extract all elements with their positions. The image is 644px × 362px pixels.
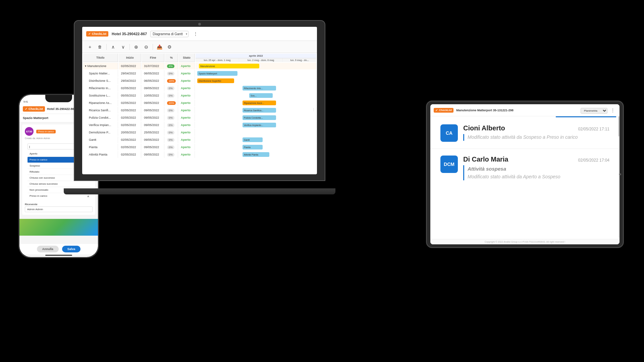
- add-button[interactable]: +: [86, 44, 94, 50]
- row-gantt-cell: Disinfezione Superfici: [196, 77, 316, 84]
- move-up-button[interactable]: ∧: [109, 44, 117, 50]
- row-stato: Aperto: [179, 151, 195, 158]
- phone-arrow-icon: ▲: [87, 194, 90, 198]
- laptop-device: CheckList Hotel 35-290422-867 Diagramma …: [74, 20, 325, 194]
- gantt-bar: Disinfezione Superfici: [197, 78, 234, 83]
- laptop-camera: [198, 23, 201, 25]
- activity-2-desc-border: Attività sospesa Modificato stato attivi…: [463, 165, 609, 180]
- row-title: Ricarica Sanifi...: [83, 107, 118, 114]
- laptop-view-dropdown[interactable]: Diagramma di Gantt: [150, 31, 189, 37]
- phone-time: 9:41: [23, 101, 28, 103]
- row-gantt-cell: Sos...: [196, 92, 316, 99]
- toolbar-separator-2: [129, 44, 130, 50]
- tablet-footer: Copyright © 2022 Analisi Group s.r.l P.I…: [430, 239, 620, 244]
- row-gantt-cell: Rifacimento Into...: [196, 85, 316, 92]
- laptop-toolbar: + 🗑 ∧ ∨ ⊕ ⊖ 📤 ⚙: [82, 41, 317, 53]
- gantt-container: Titolo Inizio Fine % Stato aprile 2022 l…: [82, 53, 317, 174]
- row-title: Verifica Impian...: [83, 122, 118, 128]
- row-title: Attività Pianta: [83, 151, 118, 158]
- export-button[interactable]: 📤: [156, 44, 163, 50]
- zoom-in-button[interactable]: ⊕: [132, 44, 140, 50]
- tablet-scrollbar[interactable]: [618, 116, 620, 238]
- tablet-footer-text: Copyright © 2022 Analisi Group s.r.l P.I…: [485, 241, 565, 243]
- row-inizio: 02/05/2022: [119, 144, 141, 150]
- phone-salva-button[interactable]: Salva: [62, 246, 81, 252]
- row-stato: Aperto: [179, 136, 195, 143]
- move-down-button[interactable]: ∨: [119, 44, 127, 50]
- tablet-camera: [619, 173, 621, 175]
- tablet-more-icon[interactable]: ⋮: [609, 108, 616, 113]
- row-inizio: 02/05/2022: [119, 114, 141, 121]
- date-range-2: lun. 2 mag - dom. 8 mag: [239, 58, 283, 62]
- row-pct: 0%: [165, 144, 178, 150]
- tablet-checklist-label: CheckList: [439, 109, 452, 112]
- zoom-out-button[interactable]: ⊖: [143, 44, 150, 50]
- gantt-bar: Spazio Matterport: [197, 71, 237, 76]
- row-pct: 4%: [165, 63, 178, 69]
- tablet-view-dropdown[interactable]: Planimetria: [581, 108, 607, 114]
- phone-ricevente-area: Ricevente Admin Admin: [25, 203, 93, 212]
- row-pct: 0%: [165, 129, 178, 136]
- row-fine: 10/05/2022: [142, 92, 164, 99]
- row-gantt-cell: Riparazione Asce...: [196, 100, 316, 106]
- laptop-view-dropdown-wrapper[interactable]: Diagramma di Gantt: [150, 31, 189, 37]
- delete-button[interactable]: 🗑: [96, 45, 104, 49]
- row-stato: Aperto: [179, 70, 195, 77]
- gantt-bar: Sos...: [249, 93, 273, 98]
- row-title: Rifacimento In...: [83, 85, 118, 92]
- phone-checklist-badge: CheckList: [23, 106, 45, 112]
- tablet-content: CA Cioni Alberto 02/05/2022 17:11 Modifi…: [430, 116, 620, 188]
- table-row: Pulizia Condot...02/05/202209/05/20220%A…: [83, 114, 316, 121]
- row-fine: 09/05/2022: [142, 114, 164, 121]
- row-inizio: 05/05/2022: [119, 92, 141, 99]
- settings-button[interactable]: ⚙: [166, 44, 173, 50]
- row-pct: 0%: [165, 92, 178, 99]
- toolbar-separator-3: [153, 44, 153, 50]
- col-gantt-area: aprile 2022 lun. 25 apr - dom. 1 mag lun…: [196, 54, 316, 62]
- gantt-bar: Ricarica Sanifica...: [243, 108, 276, 113]
- col-inizio: Inizio: [119, 54, 141, 62]
- phone-task-id: 6730: [26, 130, 32, 133]
- row-fine: 09/05/2022: [142, 100, 164, 106]
- phone-hotel-label: Hotel 35-290422-867: [47, 107, 76, 111]
- row-gantt-cell: Manutenzione: [196, 63, 316, 69]
- row-gantt-cell: Pianta: [196, 144, 316, 150]
- table-row: Rifacimento In...02/05/202209/05/20220%A…: [83, 85, 316, 92]
- table-row: Demolizione P...20/05/202225/05/20220%Ap…: [83, 129, 316, 136]
- row-inizio: 20/05/2022: [119, 129, 141, 136]
- phone-home-indicator: [45, 255, 72, 256]
- row-fine: 06/05/2022: [142, 77, 164, 84]
- table-row: Spazio Matter...29/04/202206/05/20220%Ap…: [83, 70, 316, 77]
- gantt-bar: Rifacimento Into...: [243, 86, 276, 90]
- phone-task-id-badge: 6730: [25, 127, 34, 136]
- gantt-date-ranges: lun. 25 apr - dom. 1 mag lun. 2 mag - do…: [196, 58, 316, 62]
- laptop-screen: CheckList Hotel 35-290422-867 Diagramma …: [82, 27, 317, 174]
- tablet-view-dropdown-wrapper[interactable]: Planimetria: [581, 107, 607, 114]
- activity-2-desc: Modificato stato attività da Aperto a So…: [468, 174, 609, 180]
- laptop-more-icon[interactable]: ⋮: [192, 31, 199, 37]
- row-gantt-cell: Attività Pianta: [196, 151, 316, 158]
- phone-checklist-label: CheckList: [29, 107, 43, 111]
- row-inizio: 29/04/2022: [119, 77, 141, 84]
- row-pct: 0%: [165, 107, 178, 114]
- avatar-ca-text: CA: [446, 130, 452, 136]
- phone-ricevente-label: Ricevente: [25, 203, 93, 206]
- gantt-bar: Attività Pianta: [243, 152, 269, 157]
- toolbar-separator-1: [106, 44, 107, 50]
- table-row: Gantt02/05/202209/05/20220%ApertoGantt: [83, 136, 316, 143]
- gantt-bar: Manutenzione: [199, 64, 259, 68]
- phone-photo-preview: [19, 219, 98, 236]
- row-pct: 0%: [165, 70, 178, 77]
- row-title: Demolizione P...: [83, 129, 118, 136]
- row-title: Pianta: [83, 144, 118, 150]
- row-context-menu-icon[interactable]: ⋮: [312, 108, 315, 111]
- phone-annulla-button[interactable]: Annulla: [37, 246, 59, 252]
- laptop-app-header: CheckList Hotel 35-290422-867 Diagramma …: [82, 27, 317, 41]
- activity-1-name: Cioni Alberto: [463, 124, 505, 132]
- row-gantt-cell: Gantt: [196, 136, 316, 143]
- table-row: ▾ Manutenzione02/05/202231/07/20224%Aper…: [83, 63, 316, 69]
- phone-ricevente-value: Admin Admin: [25, 206, 93, 212]
- gantt-bar: Pulizia Condotta...: [243, 115, 276, 120]
- activity-1-time: 02/05/2022 17:11: [578, 127, 609, 131]
- activity-2-info: Di Carlo Maria 02/05/2022 17:04 Attività…: [463, 156, 609, 180]
